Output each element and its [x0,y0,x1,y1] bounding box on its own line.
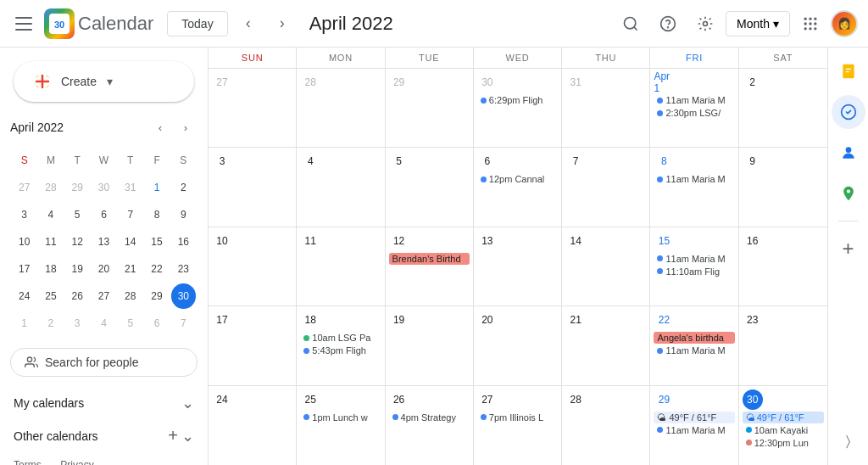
calendar-event[interactable]: 4pm Strategy [389,412,470,423]
calendar-day[interactable]: 10 [209,227,297,305]
right-collapse-icon[interactable]: 〉 [832,424,865,458]
calendar-day[interactable]: 4 [297,148,385,226]
mini-cal-day[interactable]: 3 [12,202,36,227]
mini-cal-day[interactable]: 27 [92,283,116,309]
calendar-day[interactable]: 12Brendan's Birthd [386,227,474,305]
right-maps-icon[interactable] [832,176,865,210]
day-number[interactable]: 27 [477,389,498,410]
mini-cal-day[interactable]: 7 [171,311,196,336]
mini-cal-day[interactable]: 7 [118,202,142,227]
calendar-event[interactable]: Brendan's Birthd [389,253,470,265]
mini-next-button[interactable]: › [174,115,198,139]
day-number[interactable]: 24 [212,389,232,410]
mini-cal-day[interactable]: 10 [12,229,36,255]
mini-cal-day[interactable]: 24 [12,283,36,309]
mini-cal-day[interactable]: 20 [92,256,116,282]
calendar-event[interactable]: 🌤 49°F / 61°F [743,412,824,423]
calendar-event[interactable]: 5:43pm Fligh [300,345,381,356]
mini-cal-day[interactable]: 5 [118,311,142,336]
day-number[interactable]: 2 [743,72,763,92]
calendar-day[interactable]: 306:29pm Fligh [474,69,562,147]
mini-cal-day[interactable]: 13 [92,229,116,255]
calendar-event[interactable]: 12:30pm Lun [743,437,824,449]
view-selector[interactable]: Month ▾ [726,11,790,36]
mini-cal-day[interactable]: 17 [12,256,36,282]
day-number[interactable]: 28 [300,72,320,92]
day-number[interactable]: 16 [743,231,763,251]
calendar-day[interactable]: 9 [739,148,827,226]
calendar-day[interactable]: 1511am Maria M11:10am Flig [650,227,738,305]
calendar-day[interactable]: 14 [562,227,650,305]
calendar-event[interactable]: 2:30pm LSG/ [654,107,734,119]
calendar-day[interactable]: 29🌤 49°F / 61°F11am Maria M [650,386,738,465]
avatar[interactable]: 👩 [831,10,858,37]
right-keep-icon[interactable] [832,54,865,88]
calendar-event[interactable]: 🌤 49°F / 61°F [654,412,734,423]
calendar-day[interactable]: 21 [562,306,650,384]
mini-cal-day[interactable]: 3 [65,311,90,336]
calendar-day[interactable]: 23 [739,306,827,384]
day-number[interactable]: 6 [477,151,498,171]
day-number[interactable]: 23 [743,310,763,330]
day-number[interactable]: 27 [212,72,232,92]
day-number[interactable]: 3 [212,151,232,171]
mini-cal-day[interactable]: 2 [38,311,63,336]
mini-cal-day[interactable]: 23 [171,256,196,282]
day-number[interactable]: 18 [300,310,320,330]
mini-cal-day[interactable]: 11 [38,229,63,255]
calendar-event[interactable]: 11am Maria M [654,173,734,185]
day-number[interactable]: 22 [654,310,674,330]
day-number[interactable]: 15 [654,231,674,251]
day-number[interactable]: 30 [743,389,763,410]
calendar-day[interactable]: 24 [209,386,297,465]
right-tasks-icon[interactable] [832,95,865,129]
day-number[interactable]: 12 [389,231,409,251]
calendar-event[interactable]: 1pm Lunch w [300,412,381,423]
terms-link[interactable]: Terms [14,459,42,465]
mini-cal-day[interactable]: 15 [144,229,169,255]
calendar-day[interactable]: 811am Maria M [650,148,738,226]
add-other-calendar-icon[interactable]: + [168,426,178,445]
calendar-event[interactable]: Angela's birthda [654,332,734,344]
mini-cal-day[interactable]: 1 [144,175,169,200]
mini-cal-day[interactable]: 9 [171,202,196,227]
day-number[interactable]: 5 [389,151,409,171]
right-add-button[interactable]: + [832,232,865,266]
calendar-event[interactable]: 11am Maria M [654,253,734,265]
next-button[interactable]: › [269,10,296,37]
calendar-day[interactable]: Apr 111am Maria M2:30pm LSG/ [650,69,738,147]
calendar-day[interactable]: 251pm Lunch w [297,386,385,465]
calendar-day[interactable]: 31 [562,69,650,147]
day-number[interactable]: 7 [565,151,586,171]
calendar-day[interactable]: 17 [209,306,297,384]
calendar-event[interactable]: 7pm Illinois L [477,412,558,423]
day-number[interactable]: 10 [212,231,232,251]
calendar-day[interactable]: 27 [209,69,297,147]
day-number[interactable]: 29 [654,389,674,410]
mini-cal-day[interactable]: 21 [118,256,142,282]
day-number[interactable]: 17 [212,310,232,330]
mini-prev-button[interactable]: ‹ [148,115,172,139]
calendar-event[interactable]: 10am LSG Pa [300,332,381,344]
day-number[interactable]: 21 [565,310,586,330]
mini-cal-day[interactable]: 5 [65,202,90,227]
calendar-event[interactable]: 10am Kayaki [743,424,824,436]
calendar-event[interactable]: 11:10am Flig [654,266,734,277]
calendar-event[interactable]: 11am Maria M [654,345,734,356]
mini-cal-day[interactable]: 27 [12,175,36,200]
calendar-day[interactable]: 7 [562,148,650,226]
calendar-day[interactable]: 1810am LSG Pa5:43pm Fligh [297,306,385,384]
menu-button[interactable] [10,10,37,37]
mini-cal-day[interactable]: 30 [92,175,116,200]
help-button[interactable] [651,7,685,41]
mini-cal-day[interactable]: 28 [38,175,63,200]
mini-cal-day[interactable]: 18 [38,256,63,282]
mini-cal-day[interactable]: 29 [144,283,169,309]
mini-cal-day[interactable]: 26 [65,283,90,309]
calendar-day[interactable]: 612pm Cannal [474,148,562,226]
mini-cal-day[interactable]: 16 [171,229,196,255]
mini-cal-day[interactable]: 30 [171,283,196,309]
mini-cal-day[interactable]: 12 [65,229,90,255]
day-number[interactable]: 30 [477,72,498,92]
calendar-day[interactable]: 11 [297,227,385,305]
